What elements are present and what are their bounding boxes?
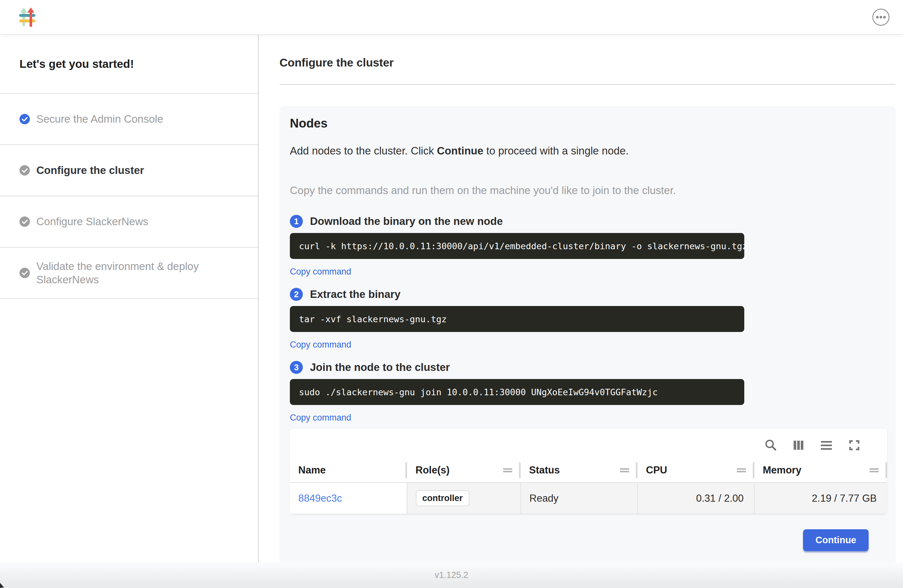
- step-1-command-codeblock[interactable]: curl -k https://10.0.0.11:30000/api/v1/e…: [290, 233, 744, 259]
- check-circle-pending-icon: [19, 217, 30, 227]
- column-header-label: Memory: [763, 464, 801, 476]
- column-menu-icon[interactable]: [736, 464, 747, 476]
- top-header-bar: [0, 0, 903, 35]
- column-header-label: Name: [298, 464, 326, 476]
- table-density-button[interactable]: [820, 439, 833, 452]
- sidebar-item-label: Configure SlackerNews: [36, 215, 148, 228]
- title-divider: [280, 84, 895, 85]
- intro-suffix: to proceed with a single node.: [483, 145, 629, 157]
- setup-steps-sidebar: Let's get you started! Secure the Admin …: [0, 35, 259, 562]
- column-menu-icon[interactable]: [502, 464, 513, 476]
- node-roles-cell: controller: [407, 483, 521, 514]
- sidebar-item-label: Secure the Admin Console: [36, 112, 163, 126]
- column-menu-icon[interactable]: [868, 464, 880, 476]
- sidebar-item-configure-slackernews[interactable]: Configure SlackerNews: [0, 197, 258, 248]
- table-fullscreen-button[interactable]: [848, 439, 861, 452]
- step-1-header: 1 Download the binary on the new node: [290, 215, 886, 228]
- table-header-row: Name Role(s) Statu: [290, 458, 887, 483]
- column-menu-icon[interactable]: [619, 464, 630, 476]
- step-3-header: 3 Join the node to the cluster: [290, 361, 886, 374]
- step-1-command-text: curl -k https://10.0.0.11:30000/api/v1/e…: [299, 241, 747, 251]
- column-header-label: CPU: [646, 464, 667, 476]
- search-icon: [764, 439, 777, 452]
- column-header-label: Role(s): [415, 464, 450, 476]
- step-1-number-badge: 1: [290, 215, 303, 228]
- column-header-name[interactable]: Name: [290, 458, 407, 483]
- node-name-cell: 8849ec3c: [290, 483, 407, 514]
- page-root: Let's get you started! Secure the Admin …: [0, 0, 903, 588]
- step-2-command-codeblock[interactable]: tar -xvf slackernews-gnu.tgz: [290, 306, 744, 332]
- table-toolbar: [290, 429, 887, 458]
- step-3-number-badge: 3: [290, 361, 303, 374]
- join-instructions-text: Copy the commands and run them on the ma…: [290, 184, 886, 197]
- column-header-status[interactable]: Status: [521, 458, 637, 483]
- sidebar-item-label: Validate the environment & deploy Slacke…: [36, 259, 229, 286]
- check-circle-complete-icon: [19, 114, 30, 124]
- step-1-title: Download the binary on the new node: [310, 215, 503, 228]
- step-3-copy-command-link[interactable]: Copy command: [290, 413, 351, 423]
- slackernews-logo-icon[interactable]: [19, 7, 36, 28]
- sidebar-item-validate-deploy[interactable]: Validate the environment & deploy Slacke…: [0, 248, 258, 299]
- step-2-title: Extract the binary: [310, 288, 401, 300]
- node-status-cell: Ready: [521, 483, 637, 514]
- step-1-copy-command-link[interactable]: Copy command: [290, 267, 351, 277]
- page-title: Configure the cluster: [280, 56, 895, 69]
- continue-button[interactable]: Continue: [803, 529, 868, 551]
- nodes-card: Nodes Add nodes to the cluster. Click Co…: [280, 106, 895, 562]
- step-3-title: Join the node to the cluster: [310, 361, 450, 374]
- column-separator[interactable]: [886, 462, 887, 478]
- column-header-roles[interactable]: Role(s): [407, 458, 521, 483]
- step-3-command-codeblock[interactable]: sudo ./slackernews-gnu join 10.0.0.11:30…: [290, 379, 744, 405]
- main-layout: Let's get you started! Secure the Admin …: [0, 35, 903, 562]
- nodes-table-card: Name Role(s) Statu: [290, 429, 887, 514]
- step-3-command-text: sudo ./slackernews-gnu join 10.0.0.11:30…: [299, 387, 658, 397]
- column-header-memory[interactable]: Memory: [754, 458, 887, 483]
- column-header-label: Status: [529, 464, 560, 476]
- node-name-link[interactable]: 8849ec3c: [298, 493, 342, 504]
- ellipsis-menu-button[interactable]: [872, 8, 890, 26]
- main-content: Configure the cluster Nodes Add nodes to…: [259, 35, 903, 562]
- step-2-header: 2 Extract the binary: [290, 288, 886, 301]
- intro-prefix: Add nodes to the cluster. Click: [290, 145, 437, 157]
- sidebar-title: Let's get you started!: [0, 35, 258, 94]
- intro-bold-continue: Continue: [437, 145, 483, 157]
- check-circle-pending-icon: [19, 268, 30, 278]
- column-header-cpu[interactable]: CPU: [637, 458, 754, 483]
- step-extract-binary: 2 Extract the binary tar -xvf slackernew…: [290, 288, 886, 350]
- check-circle-pending-icon: [19, 165, 30, 176]
- step-2-number-badge: 2: [290, 288, 303, 301]
- app-version: v1.125.2: [435, 570, 468, 580]
- fullscreen-icon: [848, 439, 861, 452]
- step-2-copy-command-link[interactable]: Copy command: [290, 340, 351, 350]
- columns-icon: [792, 439, 805, 452]
- node-table-row: 8849ec3c controller Ready 0.31 / 2.00 2.…: [290, 483, 887, 514]
- role-chip: controller: [416, 491, 469, 506]
- ellipsis-circle-icon: [872, 8, 890, 26]
- footer: v1.125.2: [0, 562, 903, 588]
- step-2-command-text: tar -xvf slackernews-gnu.tgz: [299, 314, 447, 324]
- table-search-button[interactable]: [764, 439, 777, 452]
- density-icon: [820, 439, 833, 452]
- step-join-node: 3 Join the node to the cluster sudo ./sl…: [290, 361, 886, 423]
- node-memory-cell: 2.19 / 7.77 GB: [754, 483, 887, 514]
- card-actions: Continue: [290, 514, 886, 562]
- sidebar-item-secure-admin-console[interactable]: Secure the Admin Console: [0, 94, 258, 145]
- table-columns-button[interactable]: [792, 439, 805, 452]
- sidebar-item-label: Configure the cluster: [36, 164, 144, 177]
- node-cpu-cell: 0.31 / 2.00: [637, 483, 754, 514]
- nodes-table: Name Role(s) Statu: [290, 458, 887, 514]
- sidebar-item-configure-cluster[interactable]: Configure the cluster: [0, 145, 258, 197]
- step-download-binary: 1 Download the binary on the new node cu…: [290, 215, 886, 277]
- nodes-intro-text: Add nodes to the cluster. Click Continue…: [290, 145, 886, 157]
- mouse-cursor: [0, 582, 7, 588]
- nodes-section-title: Nodes: [290, 116, 886, 130]
